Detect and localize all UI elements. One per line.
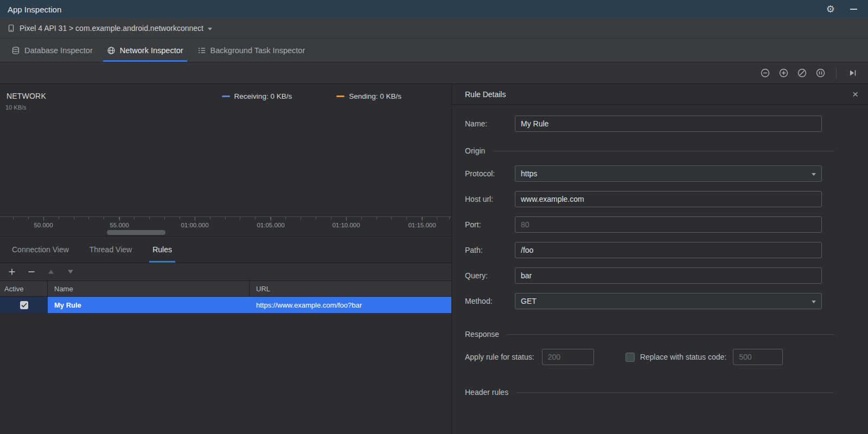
time-tick-label: 01:00.000	[181, 222, 208, 228]
jump-to-live-icon[interactable]	[845, 66, 859, 80]
path-field[interactable]	[515, 242, 822, 258]
close-icon[interactable]: ×	[852, 89, 858, 99]
query-row: Query:	[465, 267, 868, 284]
method-dropdown[interactable]: GET	[515, 293, 822, 309]
zoom-out-icon[interactable]	[758, 66, 772, 80]
rules-table-header: Active Name URL	[0, 281, 451, 297]
major-tick	[271, 217, 271, 221]
tab-database-inspector[interactable]: Database Inspector	[4, 39, 100, 62]
rule-details-form: Name: Origin Protocol: https Host url:	[452, 105, 868, 434]
apply-status-field[interactable]	[542, 349, 594, 365]
toolbar-separator	[836, 68, 837, 79]
response-section-header: Response	[465, 330, 834, 339]
tab-label: Thread View	[90, 245, 132, 254]
replace-status-field[interactable]	[733, 349, 783, 365]
tab-label: Rules	[152, 245, 172, 254]
host-url-field[interactable]	[515, 191, 822, 207]
network-chart[interactable]: NETWORK Receiving: 0 KB/s Sending: 0 KB/…	[0, 84, 451, 236]
major-tick	[422, 217, 423, 221]
chart-legend: Receiving: 0 KB/s Sending: 0 KB/s	[222, 92, 401, 100]
method-value: GET	[521, 297, 537, 305]
tab-rules[interactable]: Rules	[149, 237, 175, 263]
query-field[interactable]	[515, 267, 822, 284]
path-row: Path:	[465, 242, 868, 258]
device-selector-bar[interactable]: Pixel 4 API 31 > com.example.android.net…	[0, 18, 868, 39]
time-tick-label: 55.000	[110, 222, 129, 228]
database-icon	[11, 46, 20, 55]
column-header-url[interactable]: URL	[250, 281, 451, 296]
minimize-icon[interactable]	[850, 9, 857, 10]
network-pane: NETWORK Receiving: 0 KB/s Sending: 0 KB/…	[0, 84, 452, 434]
origin-section-header: Origin	[465, 146, 834, 155]
rule-active-checkbox[interactable]	[20, 301, 28, 309]
remove-rule-button[interactable]	[27, 267, 36, 276]
tab-network-inspector[interactable]: Network Inspector	[100, 39, 190, 62]
query-label: Query:	[465, 271, 515, 280]
zoom-to-selection-icon[interactable]	[813, 66, 827, 80]
chart-title: NETWORK	[7, 92, 46, 100]
major-tick	[119, 217, 120, 221]
move-up-button[interactable]	[47, 267, 55, 276]
rule-table-row[interactable]: My Rule https://www.example.com/foo?bar	[0, 297, 451, 313]
timeline-toolbar	[0, 62, 868, 84]
chart-header: NETWORK Receiving: 0 KB/s Sending: 0 KB/…	[0, 84, 451, 100]
legend-sending: Sending: 0 KB/s	[336, 92, 401, 100]
method-label: Method:	[465, 297, 515, 305]
tab-background-task-inspector[interactable]: Background Task Inspector	[190, 39, 312, 62]
rules-table-empty-area	[0, 313, 451, 434]
path-label: Path:	[465, 246, 515, 254]
column-header-active[interactable]: Active	[0, 281, 48, 296]
globe-icon	[107, 46, 116, 55]
section-label: Header rules	[465, 388, 508, 397]
apply-status-label: Apply rule for status:	[465, 353, 534, 361]
protocol-dropdown[interactable]: https	[515, 165, 822, 182]
legend-receiving: Receiving: 0 KB/s	[222, 92, 292, 100]
method-row: Method: GET	[465, 293, 868, 309]
name-label: Name:	[465, 119, 515, 128]
port-label: Port:	[465, 220, 515, 229]
tab-connection-view[interactable]: Connection View	[9, 237, 72, 263]
protocol-label: Protocol:	[465, 169, 515, 178]
header-rules-section-header: Header rules	[465, 388, 834, 397]
name-field[interactable]	[515, 116, 822, 132]
port-field[interactable]	[515, 216, 822, 233]
rule-details-header: Rule Details ×	[452, 84, 868, 105]
gear-icon[interactable]: ⚙	[826, 4, 835, 14]
device-phone-icon	[7, 24, 15, 33]
time-tick-label: 01:10.000	[332, 222, 360, 228]
timeline-scrollbar-thumb[interactable]	[107, 230, 165, 235]
panel-title: Rule Details	[465, 90, 506, 99]
chart-plot-area[interactable]	[0, 111, 451, 216]
host-row: Host url:	[465, 191, 868, 207]
chevron-down-icon	[208, 28, 212, 30]
active-cell	[0, 297, 48, 313]
reset-zoom-icon[interactable]	[795, 66, 809, 80]
tab-label: Network Inspector	[120, 46, 183, 55]
time-axis: 50.000 55.000 01:00.000 01:05.000 01:10.…	[0, 216, 451, 236]
replace-status-label: Replace with status code:	[640, 353, 727, 361]
time-tick-label: 50.000	[34, 222, 53, 228]
column-header-name[interactable]: Name	[48, 281, 250, 296]
replace-status-checkbox[interactable]	[626, 353, 635, 362]
move-down-button[interactable]	[66, 267, 75, 276]
window-title: App Inspection	[8, 5, 61, 14]
y-axis-top-label: 10 KB/s	[0, 100, 451, 111]
time-tick-label: 01:15.000	[408, 222, 436, 228]
name-row: Name:	[465, 116, 868, 132]
major-tick	[346, 217, 347, 221]
zoom-in-icon[interactable]	[776, 66, 790, 80]
host-label: Host url:	[465, 195, 515, 203]
add-rule-button[interactable]	[8, 267, 16, 276]
time-tick-label: 01:05.000	[257, 222, 284, 228]
tab-thread-view[interactable]: Thread View	[86, 237, 135, 263]
main-split: NETWORK Receiving: 0 KB/s Sending: 0 KB/…	[0, 84, 868, 434]
rules-toolbar	[0, 263, 451, 281]
title-bar: App Inspection ⚙	[0, 0, 868, 18]
protocol-value: https	[521, 169, 537, 178]
tab-label: Connection View	[12, 245, 69, 254]
receiving-swatch	[222, 95, 230, 97]
task-list-icon	[197, 46, 206, 55]
inspector-tab-bar: Database Inspector Network Inspector Bac…	[0, 39, 868, 62]
rule-name-cell: My Rule	[48, 297, 250, 313]
chevron-down-icon	[812, 173, 816, 176]
